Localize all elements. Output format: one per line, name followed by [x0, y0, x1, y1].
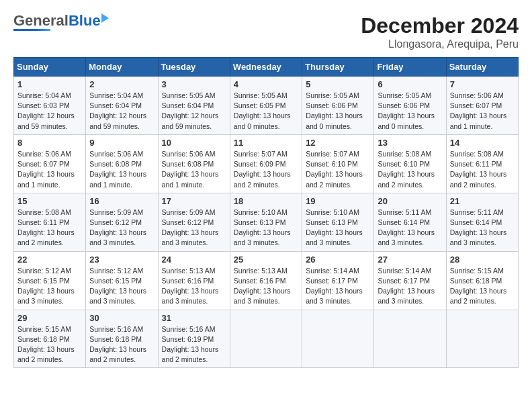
- calendar-day-13: 13Sunrise: 5:08 AMSunset: 6:10 PMDayligh…: [374, 134, 446, 193]
- logo-text: GeneralBlue: [13, 13, 101, 28]
- day-number: 9: [89, 138, 154, 148]
- col-sunday: Sunday: [14, 58, 86, 77]
- day-info: Sunrise: 5:14 AMSunset: 6:17 PMDaylight:…: [378, 267, 435, 306]
- day-info: Sunrise: 5:06 AMSunset: 6:08 PMDaylight:…: [89, 150, 146, 189]
- day-number: 17: [162, 196, 226, 206]
- day-info: Sunrise: 5:04 AMSunset: 6:04 PMDaylight:…: [89, 91, 146, 130]
- calendar-week-1: 1Sunrise: 5:04 AMSunset: 6:03 PMDaylight…: [14, 77, 519, 135]
- calendar-week-4: 22Sunrise: 5:12 AMSunset: 6:15 PMDayligh…: [14, 251, 519, 310]
- logo: GeneralBlue: [13, 13, 109, 31]
- day-info: Sunrise: 5:06 AMSunset: 6:07 PMDaylight:…: [17, 150, 75, 189]
- calendar-day-10: 10Sunrise: 5:06 AMSunset: 6:08 PMDayligh…: [158, 134, 230, 193]
- day-info: Sunrise: 5:13 AMSunset: 6:16 PMDaylight:…: [234, 267, 291, 306]
- day-info: Sunrise: 5:05 AMSunset: 6:06 PMDaylight:…: [378, 91, 435, 130]
- day-info: Sunrise: 5:09 AMSunset: 6:12 PMDaylight:…: [162, 208, 219, 247]
- day-number: 16: [89, 196, 154, 206]
- day-number: 12: [306, 138, 370, 148]
- day-info: Sunrise: 5:16 AMSunset: 6:19 PMDaylight:…: [162, 325, 219, 364]
- col-monday: Monday: [86, 58, 158, 77]
- day-number: 23: [89, 255, 154, 265]
- calendar-day-23: 23Sunrise: 5:12 AMSunset: 6:15 PMDayligh…: [86, 251, 158, 310]
- col-friday: Friday: [374, 58, 446, 77]
- calendar-day-4: 4Sunrise: 5:05 AMSunset: 6:05 PMDaylight…: [230, 77, 302, 135]
- calendar-table: Sunday Monday Tuesday Wednesday Thursday…: [13, 57, 519, 368]
- calendar-day-29: 29Sunrise: 5:15 AMSunset: 6:18 PMDayligh…: [14, 310, 86, 368]
- calendar-day-empty: [302, 310, 374, 368]
- calendar-title: December 2024: [361, 13, 519, 38]
- day-info: Sunrise: 5:12 AMSunset: 6:15 PMDaylight:…: [89, 267, 146, 306]
- day-info: Sunrise: 5:08 AMSunset: 6:11 PMDaylight:…: [450, 150, 507, 189]
- day-number: 31: [162, 313, 226, 323]
- day-info: Sunrise: 5:13 AMSunset: 6:16 PMDaylight:…: [162, 267, 219, 306]
- col-tuesday: Tuesday: [158, 58, 230, 77]
- day-info: Sunrise: 5:04 AMSunset: 6:03 PMDaylight:…: [17, 91, 75, 130]
- day-number: 19: [306, 196, 370, 206]
- day-info: Sunrise: 5:10 AMSunset: 6:13 PMDaylight:…: [234, 208, 291, 247]
- col-thursday: Thursday: [302, 58, 374, 77]
- day-number: 1: [17, 79, 82, 89]
- calendar-day-22: 22Sunrise: 5:12 AMSunset: 6:15 PMDayligh…: [14, 251, 86, 310]
- day-number: 11: [234, 138, 298, 148]
- day-number: 13: [378, 138, 442, 148]
- calendar-week-2: 8Sunrise: 5:06 AMSunset: 6:07 PMDaylight…: [14, 134, 519, 193]
- day-number: 2: [89, 79, 154, 89]
- calendar-subtitle: Llongasora, Arequipa, Peru: [361, 38, 519, 50]
- day-number: 20: [378, 196, 442, 206]
- day-info: Sunrise: 5:05 AMSunset: 6:05 PMDaylight:…: [234, 91, 291, 130]
- calendar-day-24: 24Sunrise: 5:13 AMSunset: 6:16 PMDayligh…: [158, 251, 230, 310]
- day-number: 18: [234, 196, 298, 206]
- day-number: 30: [89, 313, 154, 323]
- day-info: Sunrise: 5:05 AMSunset: 6:04 PMDaylight:…: [162, 91, 219, 130]
- calendar-day-12: 12Sunrise: 5:07 AMSunset: 6:10 PMDayligh…: [302, 134, 374, 193]
- day-number: 6: [378, 79, 442, 89]
- calendar-week-5: 29Sunrise: 5:15 AMSunset: 6:18 PMDayligh…: [14, 310, 519, 368]
- day-info: Sunrise: 5:12 AMSunset: 6:15 PMDaylight:…: [17, 267, 75, 306]
- day-info: Sunrise: 5:15 AMSunset: 6:18 PMDaylight:…: [450, 267, 507, 306]
- day-number: 8: [17, 138, 82, 148]
- calendar-day-27: 27Sunrise: 5:14 AMSunset: 6:17 PMDayligh…: [374, 251, 446, 310]
- day-number: 29: [17, 313, 82, 323]
- calendar-day-15: 15Sunrise: 5:08 AMSunset: 6:11 PMDayligh…: [14, 193, 86, 251]
- logo-underline: [13, 29, 50, 31]
- day-number: 27: [378, 255, 442, 265]
- calendar-day-14: 14Sunrise: 5:08 AMSunset: 6:11 PMDayligh…: [446, 134, 518, 193]
- calendar-day-8: 8Sunrise: 5:06 AMSunset: 6:07 PMDaylight…: [14, 134, 86, 193]
- day-number: 10: [162, 138, 226, 148]
- day-number: 25: [234, 255, 298, 265]
- calendar-day-3: 3Sunrise: 5:05 AMSunset: 6:04 PMDaylight…: [158, 77, 230, 135]
- day-number: 24: [162, 255, 226, 265]
- calendar-week-3: 15Sunrise: 5:08 AMSunset: 6:11 PMDayligh…: [14, 193, 519, 251]
- day-info: Sunrise: 5:08 AMSunset: 6:11 PMDaylight:…: [17, 208, 75, 247]
- calendar-header-row: Sunday Monday Tuesday Wednesday Thursday…: [14, 58, 519, 77]
- day-info: Sunrise: 5:06 AMSunset: 6:07 PMDaylight:…: [450, 91, 507, 130]
- calendar-day-31: 31Sunrise: 5:16 AMSunset: 6:19 PMDayligh…: [158, 310, 230, 368]
- calendar-day-25: 25Sunrise: 5:13 AMSunset: 6:16 PMDayligh…: [230, 251, 302, 310]
- day-info: Sunrise: 5:06 AMSunset: 6:08 PMDaylight:…: [162, 150, 219, 189]
- page-header: GeneralBlue December 2024 Llongasora, Ar…: [13, 13, 519, 50]
- calendar-day-2: 2Sunrise: 5:04 AMSunset: 6:04 PMDaylight…: [86, 77, 158, 135]
- day-info: Sunrise: 5:14 AMSunset: 6:17 PMDaylight:…: [306, 267, 363, 306]
- day-number: 22: [17, 255, 82, 265]
- calendar-day-empty: [446, 310, 518, 368]
- calendar-day-20: 20Sunrise: 5:11 AMSunset: 6:14 PMDayligh…: [374, 193, 446, 251]
- day-info: Sunrise: 5:07 AMSunset: 6:10 PMDaylight:…: [306, 150, 363, 189]
- day-number: 15: [17, 196, 82, 206]
- day-info: Sunrise: 5:10 AMSunset: 6:13 PMDaylight:…: [306, 208, 363, 247]
- day-number: 28: [450, 255, 515, 265]
- calendar-day-9: 9Sunrise: 5:06 AMSunset: 6:08 PMDaylight…: [86, 134, 158, 193]
- calendar-day-18: 18Sunrise: 5:10 AMSunset: 6:13 PMDayligh…: [230, 193, 302, 251]
- calendar-day-7: 7Sunrise: 5:06 AMSunset: 6:07 PMDaylight…: [446, 77, 518, 135]
- day-info: Sunrise: 5:11 AMSunset: 6:14 PMDaylight:…: [450, 208, 507, 247]
- calendar-day-30: 30Sunrise: 5:16 AMSunset: 6:18 PMDayligh…: [86, 310, 158, 368]
- calendar-day-empty: [374, 310, 446, 368]
- day-info: Sunrise: 5:16 AMSunset: 6:18 PMDaylight:…: [89, 325, 146, 364]
- calendar-day-11: 11Sunrise: 5:07 AMSunset: 6:09 PMDayligh…: [230, 134, 302, 193]
- calendar-day-17: 17Sunrise: 5:09 AMSunset: 6:12 PMDayligh…: [158, 193, 230, 251]
- day-info: Sunrise: 5:09 AMSunset: 6:12 PMDaylight:…: [89, 208, 146, 247]
- calendar-day-6: 6Sunrise: 5:05 AMSunset: 6:06 PMDaylight…: [374, 77, 446, 135]
- calendar-day-16: 16Sunrise: 5:09 AMSunset: 6:12 PMDayligh…: [86, 193, 158, 251]
- day-number: 26: [306, 255, 370, 265]
- day-info: Sunrise: 5:11 AMSunset: 6:14 PMDaylight:…: [378, 208, 435, 247]
- calendar-day-5: 5Sunrise: 5:05 AMSunset: 6:06 PMDaylight…: [302, 77, 374, 135]
- day-info: Sunrise: 5:05 AMSunset: 6:06 PMDaylight:…: [306, 91, 363, 130]
